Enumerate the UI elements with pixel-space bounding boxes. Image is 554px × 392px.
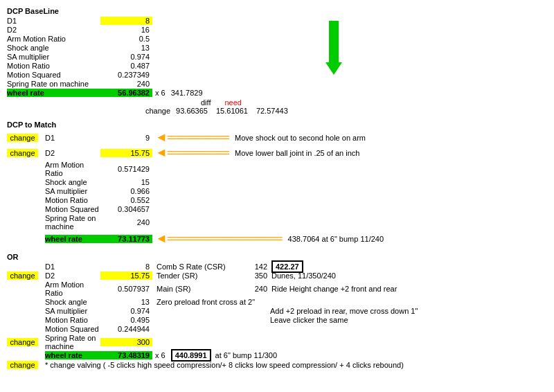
match-d2-change-tag: change: [7, 149, 45, 157]
or-main-note: Ride Height change +2 front and rear: [271, 285, 397, 293]
match-wheel-value: 73.11773: [100, 235, 152, 243]
or-tender-label: Tender (SR): [157, 271, 240, 280]
match-shock-value: 15: [100, 178, 152, 186]
match-sa-value: 0.966: [100, 187, 152, 195]
baseline-section: DCP BaseLine D1 8 D2 16 Arm Motion Ratio…: [7, 7, 547, 115]
main-container: DCP BaseLine D1 8 D2 16 Arm Motion Ratio…: [7, 7, 547, 369]
or-change-valving-row: change * change valving ( -5 clicks high…: [7, 361, 547, 369]
d2-label: D2: [7, 26, 100, 34]
arm-motion-ratio-label: Arm Motion Ratio: [7, 35, 100, 43]
spring-rate-row: Spring Rate on machine 240: [7, 80, 547, 88]
match-motion-ratio-row: Motion Ratio 0.552: [7, 196, 547, 204]
or-tender-note: Dunes, 11/350/240: [271, 271, 336, 280]
match-d1-value: 9: [100, 134, 152, 142]
dcp-match-section: DCP to Match change D1 9 ◄═══════ Move s…: [7, 121, 547, 246]
d1-value: 8: [100, 17, 152, 25]
change-label-text: change: [145, 107, 170, 115]
match-shock-label: Shock angle: [45, 178, 100, 186]
or-arm-row: Arm Motion Ratio 0.507937 Main (SR) 240 …: [7, 280, 547, 297]
or-wheel-label: wheel rate: [45, 351, 100, 359]
spring-rate-label: Spring Rate on machine: [7, 80, 100, 88]
diff-label: diff: [201, 98, 211, 107]
or-spring-change-label: change: [7, 338, 38, 346]
or-spring-rate-row: change Spring Rate on machine 300: [7, 334, 547, 350]
or-tender-value: 350: [240, 271, 267, 280]
or-d2-row: change D2 15.75 Tender (SR) 350 Dunes, 1…: [7, 271, 547, 280]
or-shock-label: Shock angle: [45, 298, 100, 306]
shock-angle-row: Shock angle 13: [7, 44, 547, 52]
match-d2-row: change D2 15.75 ◄═══════ Move lower ball…: [7, 145, 547, 160]
match-shock-angle-row: Shock angle 15: [7, 178, 547, 186]
or-note4: Leave clicker the same: [270, 316, 348, 324]
wheel-rate-result: 341.7829: [166, 89, 203, 97]
match-sa-label: SA multiplier: [45, 187, 100, 195]
match-d1-note: Move shock out to second hole on arm: [235, 134, 366, 142]
match-d2-label: D2: [45, 149, 100, 157]
need-value: 72.57443: [256, 107, 288, 115]
motion-ratio-value: 0.487: [100, 62, 152, 70]
or-motion-ratio-value: 0.495: [100, 316, 152, 324]
match-wheel-note: 438.7064 at 6" bump 11/240: [288, 235, 384, 243]
match-d2-change-label: change: [7, 149, 38, 157]
shock-angle-value: 13: [100, 44, 152, 52]
motion-squared-label: Motion Squared: [7, 71, 100, 79]
wheel-rate-value: 56.96382: [100, 89, 152, 97]
or-valving-change-tag: change: [7, 361, 45, 369]
motion-ratio-label: Motion Ratio: [7, 62, 100, 70]
match-wheel-rate-row: wheel rate 73.11773 ◄═════════════ 438.7…: [7, 231, 547, 246]
match-motion-squared-value: 0.304657: [100, 205, 152, 213]
wheel-rate-label: wheel rate: [7, 89, 100, 97]
d1-label: D1: [7, 17, 100, 25]
wheel-rate-multiplier: x 6: [152, 89, 166, 97]
match-spring-label: Spring Rate on machine: [45, 214, 100, 231]
match-d1-arrow: ◄═══════: [155, 130, 229, 145]
arm-motion-ratio-value: 0.5: [100, 35, 152, 43]
match-d1-change-tag: change: [7, 134, 45, 142]
or-motion-ratio-row: Motion Ratio 0.495 Leave clicker the sam…: [7, 316, 547, 324]
baseline-title: DCP BaseLine: [7, 7, 547, 15]
match-wheel-label: wheel rate: [45, 235, 100, 243]
dcp-match-title: DCP to Match: [7, 121, 547, 129]
diff-header: diff: [201, 98, 211, 107]
or-sa-label: SA multiplier: [45, 307, 100, 315]
or-motion-ratio-label: Motion Ratio: [45, 316, 100, 324]
or-valving-change-label: change: [7, 361, 38, 369]
or-arm-label: Arm Motion Ratio: [45, 280, 100, 297]
or-spring-label: Spring Rate on machine: [45, 334, 100, 350]
match-wheel-arrow: ◄═════════════: [155, 231, 283, 246]
or-shock-row: Shock angle 13 Zero preload front cross …: [7, 298, 547, 306]
match-d1-label: D1: [45, 134, 100, 142]
diff-need-container: diff need change 93.66365 15.61061 72.57…: [145, 98, 547, 115]
or-wheel-result: 440.8991: [171, 349, 211, 362]
match-motion-squared-row: Motion Squared 0.304657: [7, 205, 547, 213]
match-motion-ratio-label: Motion Ratio: [45, 196, 100, 204]
motion-squared-value: 0.237349: [100, 71, 152, 79]
or-main-label: Main (SR): [157, 285, 240, 293]
or-comb-value1: 142: [240, 262, 267, 271]
or-d1-label: D1: [45, 262, 100, 271]
d2-row: D2 16: [7, 26, 547, 34]
motion-squared-row: Motion Squared 0.237349: [7, 71, 547, 79]
need-header: need: [224, 98, 241, 107]
green-arrow: [325, 21, 342, 75]
match-spring-rate-row: Spring Rate on machine 240: [7, 214, 547, 231]
d1-row: D1 8: [7, 17, 547, 25]
arrow-head: [325, 62, 342, 75]
or-note2: Zero preload front cross at 2": [157, 298, 255, 306]
or-motion-squared-label: Motion Squared: [45, 325, 100, 333]
match-d2-note: Move lower ball joint in .25 of an inch: [235, 149, 359, 157]
diff-value: 15.61061: [216, 107, 248, 115]
or-wheel-multiplier: x 6: [155, 351, 166, 359]
or-wheel-note: at 6" bump 11/300: [215, 351, 278, 359]
or-d2-change-tag: change: [7, 271, 45, 280]
motion-ratio-row: Motion Ratio 0.487: [7, 62, 547, 70]
or-d1-row: D1 8 Comb S Rate (CSR) 142 422.27: [7, 262, 547, 271]
shock-angle-label: Shock angle: [7, 44, 100, 52]
or-arm-value: 0.507937: [100, 285, 152, 293]
wheel-rate-row: wheel rate 56.96382 x 6 341.7829: [7, 89, 547, 97]
spring-rate-value: 240: [100, 80, 152, 88]
or-d2-change-label: change: [7, 271, 38, 280]
d2-value: 16: [100, 26, 152, 34]
sa-multiplier-label: SA multiplier: [7, 53, 100, 61]
or-spring-value: 300: [100, 338, 152, 346]
